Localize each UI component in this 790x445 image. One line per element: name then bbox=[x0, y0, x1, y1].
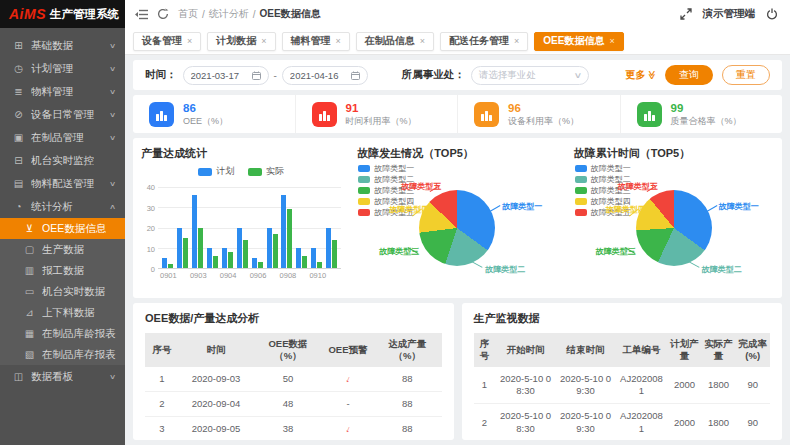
bar-计划[interactable] bbox=[237, 228, 242, 269]
legend-label: 实际 bbox=[266, 165, 284, 178]
bar-实际[interactable] bbox=[332, 240, 337, 268]
tab[interactable]: 辅料管理× bbox=[282, 32, 350, 51]
tab-close-icon[interactable]: × bbox=[187, 36, 192, 46]
bar-计划[interactable] bbox=[311, 248, 316, 268]
table-header-cell: 时间 bbox=[179, 333, 253, 367]
sidebar-subitem[interactable]: ⊻OEE数据信息 bbox=[0, 218, 125, 239]
bar-group bbox=[324, 187, 339, 268]
tab[interactable]: 设备管理× bbox=[133, 32, 201, 51]
table-row[interactable]: 12020-09-0350↓88 bbox=[145, 367, 442, 392]
sidebar-subitem[interactable]: ⊿上下料数据 bbox=[0, 302, 125, 323]
pie-chart[interactable] bbox=[419, 190, 495, 266]
tab-close-icon[interactable]: × bbox=[336, 36, 341, 46]
bar-实际[interactable] bbox=[258, 262, 263, 268]
table-cell: 2 bbox=[474, 404, 496, 440]
date-to-input[interactable] bbox=[282, 66, 368, 85]
doc-icon: ▢ bbox=[24, 244, 35, 255]
tab-close-icon[interactable]: × bbox=[514, 36, 519, 46]
chevron-down-icon: ∨ bbox=[109, 65, 116, 73]
dept-select[interactable]: 请选择事业处 ∨ bbox=[471, 66, 589, 85]
sidebar-subitem[interactable]: ▧在制品库存报表 bbox=[0, 344, 125, 365]
collapse-sidebar-icon[interactable] bbox=[135, 9, 148, 20]
refresh-icon[interactable] bbox=[157, 8, 169, 20]
tab[interactable]: 计划数据× bbox=[207, 32, 275, 51]
date-from-value[interactable] bbox=[191, 70, 249, 81]
sidebar-item[interactable]: ▣在制品管理∨ bbox=[0, 126, 125, 149]
bar-计划[interactable] bbox=[162, 258, 167, 268]
bar-实际[interactable] bbox=[213, 256, 218, 268]
bar-计划[interactable] bbox=[267, 228, 272, 269]
more-filters-link[interactable]: 更多 ≫ bbox=[626, 68, 656, 82]
bar-实际[interactable] bbox=[302, 256, 307, 268]
bar-实际[interactable] bbox=[273, 234, 278, 268]
sidebar-subitem[interactable]: ▦在制品库龄报表 bbox=[0, 323, 125, 344]
sidebar-item[interactable]: ◔统计分析∧ bbox=[0, 195, 125, 218]
table-row[interactable]: 22020-5-10 08:302020-5-10 09:30AJ2020081… bbox=[474, 404, 771, 440]
bar-实际[interactable] bbox=[183, 238, 188, 268]
table-cell: 88 bbox=[373, 417, 442, 440]
fullscreen-icon[interactable] bbox=[680, 8, 692, 20]
bar-计划[interactable] bbox=[281, 195, 286, 268]
pie-chart[interactable] bbox=[636, 190, 712, 266]
sidebar-item[interactable]: ◫数据看板∨ bbox=[0, 365, 125, 388]
sidebar-item-label: 设备日常管理 bbox=[31, 108, 94, 122]
bar-计划[interactable] bbox=[177, 228, 182, 269]
table-row[interactable]: 12020-5-10 08:302020-5-10 09:30AJ2020081… bbox=[474, 367, 771, 404]
table-cell: 90 bbox=[736, 404, 771, 440]
sidebar-item[interactable]: ◷计划管理∨ bbox=[0, 57, 125, 80]
bars bbox=[158, 187, 341, 268]
tab[interactable]: 配送任务管理× bbox=[440, 32, 528, 51]
bar-计划[interactable] bbox=[222, 248, 227, 268]
bar-计划[interactable] bbox=[252, 258, 257, 268]
bar-实际[interactable] bbox=[168, 264, 173, 268]
legend-item[interactable]: 故障类型一 bbox=[358, 163, 414, 174]
table-cell: 2020-09-05 bbox=[179, 417, 253, 440]
tab[interactable]: 在制品信息× bbox=[356, 32, 434, 51]
tab-close-icon[interactable]: × bbox=[261, 36, 266, 46]
y-axis: 403020100 bbox=[141, 187, 158, 269]
pie-callout-line bbox=[706, 205, 717, 212]
table-row[interactable]: 32020-09-0538↓88 bbox=[145, 417, 442, 440]
kpi-label: 时间利用率（%） bbox=[346, 116, 417, 127]
breadcrumb-separator: / bbox=[202, 9, 205, 20]
bar-实际[interactable] bbox=[228, 252, 233, 268]
doc-icon: ▭ bbox=[24, 286, 35, 297]
sidebar-item[interactable]: ⊘设备日常管理∨ bbox=[0, 103, 125, 126]
user-label[interactable]: 演示管理端 bbox=[703, 7, 756, 21]
sidebar-subitem[interactable]: ▭机台实时数据 bbox=[0, 281, 125, 302]
tab-close-icon[interactable]: × bbox=[609, 36, 614, 46]
legend-item[interactable]: 计划 bbox=[198, 165, 234, 178]
table-header-cell: 序号 bbox=[145, 333, 179, 367]
tab[interactable]: OEE数据信息× bbox=[534, 32, 623, 51]
bar-计划[interactable] bbox=[207, 248, 212, 268]
breadcrumb-home[interactable]: 首页 bbox=[178, 7, 198, 21]
pie-callout-line bbox=[688, 261, 699, 268]
kpi-label: 质量合格率（%） bbox=[671, 116, 742, 127]
table-row[interactable]: 22020-09-0448-88 bbox=[145, 392, 442, 417]
search-button[interactable]: 查询 bbox=[665, 65, 713, 85]
sidebar-item[interactable]: ≣物料管理∨ bbox=[0, 80, 125, 103]
date-from-input[interactable] bbox=[183, 66, 269, 85]
power-icon[interactable] bbox=[766, 8, 778, 20]
x-axis-tick-label: 0906 bbox=[250, 271, 267, 280]
bar-计划[interactable] bbox=[192, 195, 197, 268]
date-to-value[interactable] bbox=[290, 70, 348, 81]
legend-item[interactable]: 故障类型一 bbox=[575, 163, 631, 174]
sidebar-subitem[interactable]: ▢生产数据 bbox=[0, 239, 125, 260]
bar-计划[interactable] bbox=[296, 248, 301, 268]
reset-button[interactable]: 重置 bbox=[722, 65, 770, 85]
sidebar-item[interactable]: ▤物料配送管理∨ bbox=[0, 172, 125, 195]
bar-实际[interactable] bbox=[198, 228, 203, 269]
tab-close-icon[interactable]: × bbox=[420, 36, 425, 46]
bar-实际[interactable] bbox=[317, 262, 322, 268]
sidebar-subitem[interactable]: ▥报工数据 bbox=[0, 260, 125, 281]
bar-实际[interactable] bbox=[243, 240, 248, 268]
breadcrumb-section[interactable]: 统计分析 bbox=[209, 7, 249, 21]
sidebar-item-label: 计划管理 bbox=[31, 62, 73, 76]
cart-icon: ⊻ bbox=[24, 223, 35, 234]
sidebar-item[interactable]: ⊟机台实时监控 bbox=[0, 149, 125, 172]
bar-计划[interactable] bbox=[326, 228, 331, 269]
bar-实际[interactable] bbox=[287, 209, 292, 268]
sidebar-item[interactable]: ⊞基础数据∨ bbox=[0, 34, 125, 57]
legend-item[interactable]: 实际 bbox=[248, 165, 284, 178]
